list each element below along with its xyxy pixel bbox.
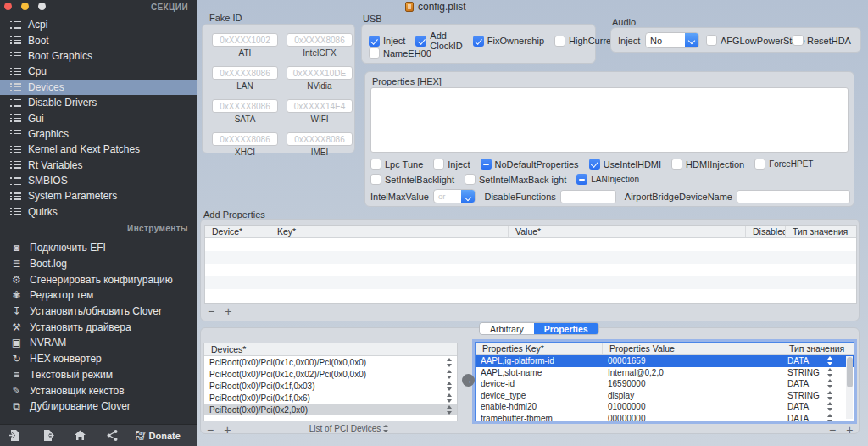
add-device-button[interactable]: + xyxy=(224,423,231,437)
stepper-icon[interactable] xyxy=(446,405,453,415)
properties-table[interactable]: Properties Key* Properties Value Тип зна… xyxy=(475,342,854,421)
fake-id-xhci-field[interactable] xyxy=(212,132,278,146)
stepper-icon[interactable] xyxy=(826,414,834,421)
tool-item-bootlog[interactable]: ≣Boot.log xyxy=(0,256,197,272)
sidebar-item-cpu[interactable]: Cpu xyxy=(0,64,197,79)
property-row[interactable]: AAPL,slot-name Internal@0,2,0 STRING xyxy=(476,367,854,379)
stepper-icon[interactable] xyxy=(826,391,834,400)
tool-item-hex-converter[interactable]: ↻HEX конвертер xyxy=(0,351,197,367)
property-row[interactable]: device_type display STRING xyxy=(476,390,854,402)
usb-inject-checkbox[interactable] xyxy=(369,36,380,47)
device-row[interactable]: PciRoot(0x0)/Pci(0x1c,0x00)/Pci(0x0,0x0) xyxy=(204,356,457,368)
stepper-icon[interactable] xyxy=(446,370,453,379)
add-property-button[interactable]: + xyxy=(225,304,231,318)
laninjection-checkbox[interactable] xyxy=(576,174,587,185)
disablefunctions-field[interactable] xyxy=(560,190,616,203)
apply-device-arrow-button[interactable] xyxy=(462,374,475,387)
sidebar-item-graphics[interactable]: Graphics xyxy=(0,126,197,142)
stepper-icon[interactable] xyxy=(446,358,453,367)
tool-item-clone-clover[interactable]: ⧉Дублирование Clover xyxy=(0,399,197,415)
properties-hex-textarea[interactable] xyxy=(370,87,849,153)
usb-fixownership-checkbox[interactable] xyxy=(473,36,484,47)
stepper-icon[interactable] xyxy=(446,382,453,391)
setintelbacklight-checkbox[interactable] xyxy=(370,174,381,185)
tool-item-theme-editor[interactable]: ✾Редактор тем xyxy=(0,287,197,304)
property-row[interactable]: framebuffer-fbmem 00000000 DATA xyxy=(476,413,854,422)
property-row-selected[interactable]: AAPL,ig-platform-id 00001659 DATA xyxy=(476,355,854,367)
stepper-icon[interactable] xyxy=(446,393,453,403)
fake-id-intelgfx-field[interactable] xyxy=(287,33,353,47)
sidebar-item-kernel-kext-patches[interactable]: Kernel and Kext Patches xyxy=(0,142,197,157)
fake-id-nvidia-field[interactable] xyxy=(287,66,353,80)
scrollbar-track[interactable] xyxy=(846,356,853,419)
device-row[interactable]: PciRoot(0x0)/Pci(0x1c,0x02)/Pci(0x0,0x0) xyxy=(204,368,457,380)
devices-table[interactable]: Devices* PciRoot(0x0)/Pci(0x1c,0x00)/Pci… xyxy=(203,343,458,421)
usb-highcurrent-checkbox[interactable] xyxy=(554,36,565,47)
add-property-row-button[interactable]: + xyxy=(846,423,853,437)
tool-item-install-drivers[interactable]: ⚒Установить драйвера xyxy=(0,319,197,335)
sidebar-item-boot[interactable]: Boot xyxy=(0,32,197,47)
tool-item-generate-config[interactable]: ⚙Сгенерировать конфигурацию xyxy=(0,271,197,287)
sidebar-item-disable-drivers[interactable]: Disable Drivers xyxy=(0,95,197,110)
import-config-icon[interactable] xyxy=(8,429,20,442)
inject-checkbox[interactable] xyxy=(433,159,444,170)
pci-devices-dropdown[interactable]: List of PCI Devices xyxy=(286,424,413,433)
export-config-icon[interactable] xyxy=(42,429,55,442)
home-icon[interactable] xyxy=(74,429,86,442)
stepper-icon[interactable] xyxy=(826,368,834,377)
property-row[interactable]: device-id 16590000 DATA xyxy=(476,378,854,390)
zoom-window-button[interactable] xyxy=(38,3,46,10)
device-row[interactable]: PciRoot(0x0)/Pci(0x1f,0x6) xyxy=(204,392,457,404)
stepper-icon[interactable] xyxy=(826,356,834,365)
forcehpet-checkbox[interactable] xyxy=(754,159,765,170)
remove-property-button[interactable]: − xyxy=(208,304,214,318)
useintelhdmi-checkbox[interactable] xyxy=(589,159,600,170)
close-window-button[interactable] xyxy=(4,3,12,10)
fake-id-ati-field[interactable] xyxy=(212,33,278,47)
audio-resethda-checkbox[interactable] xyxy=(793,35,804,46)
property-row[interactable]: enable-hdmi20 01000000 DATA xyxy=(476,401,854,413)
plist-document-icon[interactable] xyxy=(405,2,414,12)
fake-id-wifi-field[interactable] xyxy=(287,99,353,113)
sidebar-item-rt-variables[interactable]: Rt Variables xyxy=(0,158,197,173)
sidebar-item-quirks[interactable]: Quirks xyxy=(0,204,197,220)
remove-device-button[interactable]: − xyxy=(207,423,214,437)
tool-item-text-mode[interactable]: ≡Текстовый режим xyxy=(0,367,197,383)
setintelmaxbacklight-checkbox[interactable] xyxy=(465,174,476,185)
airportbridgedevicename-field[interactable] xyxy=(737,190,850,203)
lpc-tune-checkbox[interactable] xyxy=(370,159,381,170)
sidebar-item-boot-graphics[interactable]: Boot Graphics xyxy=(0,48,197,64)
fake-id-lan-field[interactable] xyxy=(212,66,278,80)
usb-nameeh00-checkbox[interactable] xyxy=(369,47,380,59)
tool-item-nvram[interactable]: ▣NVRAM xyxy=(0,335,197,351)
sidebar-item-system-parameters[interactable]: System Parameters xyxy=(0,188,197,203)
sidebar-item-devices[interactable]: Devices xyxy=(0,80,197,95)
sidebar-item-acpi[interactable]: Acpi xyxy=(0,17,197,32)
remove-property-row-button[interactable]: − xyxy=(829,423,836,437)
fake-id-imei-field[interactable] xyxy=(287,132,353,146)
audio-inject-dropdown[interactable]: No xyxy=(645,32,699,48)
minimize-window-button[interactable] xyxy=(21,3,29,10)
device-row-selected[interactable]: PciRoot(0x0)/Pci(0x2,0x0) xyxy=(204,404,457,415)
donate-button[interactable]: Donate xyxy=(149,431,181,441)
paypal-icon[interactable]: Pay Pal xyxy=(136,431,146,441)
scrollbar-thumb[interactable] xyxy=(847,357,853,387)
tool-item-install-clover[interactable]: ↧Установить/обновить Clover xyxy=(0,304,197,320)
tool-item-mount-efi[interactable]: ◙Подключить EFI xyxy=(0,240,197,256)
tool-item-kext-installer[interactable]: ✎Установщик кекстов xyxy=(0,382,197,399)
hdmiinjection-checkbox[interactable] xyxy=(671,159,682,170)
share-icon[interactable] xyxy=(106,429,119,442)
tab-arbitrary[interactable]: Arbitrary xyxy=(480,323,534,334)
fake-id-sata-field[interactable] xyxy=(212,99,278,113)
sidebar-item-gui[interactable]: Gui xyxy=(0,110,197,125)
stepper-icon[interactable] xyxy=(826,379,834,388)
device-row[interactable]: PciRoot(0x0)/Pci(0x1f,0x03) xyxy=(204,380,457,392)
tab-properties[interactable]: Properties xyxy=(534,323,598,334)
sidebar-item-smbios[interactable]: SMBIOS xyxy=(0,173,197,188)
audio-afglowpowerstate-checkbox[interactable] xyxy=(706,35,717,46)
intelmaxvalue-combo[interactable]: 1808 or 0x710 xyxy=(433,189,476,203)
stepper-icon[interactable] xyxy=(826,402,834,411)
nodefaultproperties-checkbox[interactable] xyxy=(481,159,492,170)
usb-add-clockid-checkbox[interactable] xyxy=(415,36,426,47)
add-properties-table[interactable]: Device* Key* Value* Disabled Тип значени… xyxy=(204,225,857,304)
